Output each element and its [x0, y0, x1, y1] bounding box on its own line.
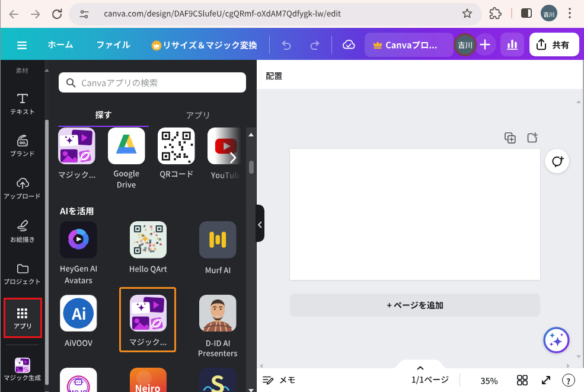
share-upload-icon	[535, 38, 548, 53]
pro-crown-icon	[373, 41, 382, 52]
zoom-level[interactable]: 35%	[480, 376, 498, 384]
app-icon-magic-studio[interactable]	[58, 128, 95, 165]
app-label-d-id: D-ID AI Presenters	[206, 339, 230, 346]
add-page-button-label: + ページを追加	[387, 301, 443, 310]
brand-icon	[16, 134, 29, 149]
app-icon-d-id[interactable]	[199, 295, 237, 332]
application-window: canva.com/design/DAF9CSlufeU/cgQRmf-oXdA…	[0, 0, 584, 392]
address-url: canva.com/design/DAF9CSlufeU/cgQRmf-oXdA…	[104, 9, 342, 19]
neiro-logo-text: Neiro	[135, 384, 161, 392]
header-divider	[269, 36, 270, 54]
app-label-heygen-2	[64, 276, 92, 283]
sidebar-item-uploads-label: アップロード	[4, 191, 41, 198]
design-page[interactable]	[290, 149, 540, 280]
sidebar-divider	[6, 345, 39, 345]
app-icon-qr-code[interactable]	[158, 128, 195, 165]
app-icon-google-drive[interactable]	[108, 128, 145, 165]
notes-label: メモ	[279, 376, 295, 384]
status-divider	[459, 373, 460, 387]
annotation-red-box	[4, 298, 42, 338]
magic-media-icon	[15, 358, 30, 373]
extensions-icon[interactable]	[489, 7, 502, 22]
notes-icon	[262, 374, 274, 388]
aivoov-logo-text: Ai	[71, 307, 86, 320]
menu-resize-magic[interactable]: リサイズ＆マジック変換	[164, 40, 257, 50]
tab-discover-label: 探す	[95, 110, 112, 119]
panel-scroll-up-icon[interactable]	[248, 128, 254, 139]
window-left-edge	[0, 0, 1, 392]
app-icon-hello-qart[interactable]	[130, 221, 167, 259]
ai-section-title: AIを活用	[59, 206, 94, 216]
app-icon-heygen[interactable]	[60, 221, 97, 259]
projects-icon	[16, 262, 29, 278]
menu-home[interactable]: ホーム	[47, 40, 74, 49]
app-label-d-id-2	[198, 349, 238, 356]
app-label-hello-qart: Hello QArt	[129, 265, 168, 274]
sidebar-scrollbar-thumb[interactable]	[45, 120, 49, 385]
undo-icon[interactable]	[279, 38, 293, 55]
browser-avatar-initials: 吉川	[543, 9, 554, 16]
sidebar-item-text-label: テキスト	[10, 107, 35, 113]
side-panel-icon[interactable]	[521, 8, 532, 21]
panel-scrollbar-thumb[interactable]	[249, 161, 254, 174]
sidebar-item-magic-media-label: マジック生成	[4, 373, 42, 380]
pages-grid-icon[interactable]	[517, 375, 528, 388]
app-search-placeholder: Canvaアプリの検索	[81, 78, 158, 87]
magic-sparkle-icon	[543, 327, 570, 356]
app-label-murf: Murf AI	[205, 266, 231, 273]
site-settings-icon[interactable]	[78, 8, 90, 23]
panel-scroll-down-icon[interactable]	[248, 384, 254, 392]
chevron-right-icon[interactable]	[229, 152, 237, 166]
upload-icon	[16, 176, 29, 192]
plus-icon	[480, 39, 490, 52]
tab-apps-label: アプリ	[186, 111, 209, 119]
kebab-menu-icon[interactable]	[569, 8, 571, 21]
canvas-scroll-down-icon[interactable]	[576, 350, 581, 361]
header-avatar-initials: 吉川	[458, 40, 473, 49]
cloud-check-icon	[341, 37, 356, 55]
draw-icon	[16, 219, 29, 235]
sidebar-item-draw-label: お絵描き	[10, 235, 35, 242]
chevron-up-icon	[417, 362, 424, 372]
pro-button-label: Canvaプロ...	[385, 40, 438, 49]
header-divider2	[331, 36, 332, 54]
sidebar-item-brand-label: ブランド	[10, 149, 35, 156]
annotation-orange-box	[119, 287, 176, 352]
editor-header: ホーム ファイル リサイズ＆マジック変換 Canvaプロ... 吉川 共有	[0, 28, 584, 60]
reload-icon[interactable]	[50, 7, 64, 24]
share-button-label: 共有	[552, 40, 570, 50]
sidebar-item-projects-label: プロジェクト	[4, 277, 40, 283]
forward-icon[interactable]	[28, 7, 43, 24]
toolbar-divider	[511, 8, 512, 18]
app-icon-murf[interactable]	[199, 221, 237, 259]
expand-icon[interactable]	[541, 375, 551, 388]
add-page-icon[interactable]	[526, 132, 538, 146]
s-wave-logo-text: S	[210, 375, 225, 392]
context-toolbar	[257, 60, 584, 89]
app-label-magic-studio: マジック...	[58, 170, 95, 179]
canvas-scroll-up-icon[interactable]	[576, 95, 581, 106]
help-label: ?	[566, 377, 571, 384]
redo-icon[interactable]	[308, 38, 322, 55]
bookmark-star-icon[interactable]	[461, 7, 474, 23]
active-tab-indicator	[58, 126, 149, 128]
text-icon	[17, 93, 28, 107]
hamburger-icon[interactable]	[17, 41, 27, 52]
app-label-aivoov: AiVOOV	[64, 338, 93, 346]
search-icon	[66, 78, 76, 88]
insights-icon	[506, 39, 518, 53]
comment-plus-icon	[550, 154, 564, 171]
sidebar-item-elements-label[interactable]: 素材	[15, 66, 28, 73]
collapse-panel-icon	[257, 220, 262, 231]
app-label-qr-code: QRコード	[159, 170, 193, 179]
context-toolbar-label[interactable]: 配置	[266, 72, 283, 81]
crown-icon	[151, 40, 162, 53]
browser-toolbar: canva.com/design/DAF9CSlufeU/cgQRmf-oXdA…	[0, 0, 584, 28]
menu-file[interactable]: ファイル	[97, 40, 131, 49]
app-label-google-drive-2	[117, 180, 136, 188]
page-indicator[interactable]: 1/1ページ	[411, 375, 449, 385]
app-label-google-drive: Google Drive	[113, 170, 140, 179]
back-icon[interactable]	[7, 7, 21, 24]
duplicate-page-icon[interactable]	[505, 132, 516, 146]
mojo-logo-text: MOJO	[69, 387, 88, 392]
